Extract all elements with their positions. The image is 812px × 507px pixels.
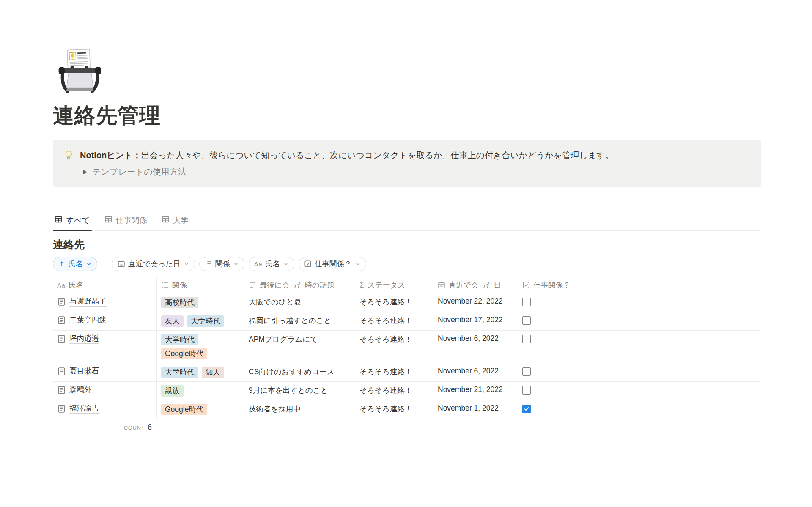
- work-relation-cell[interactable]: [518, 363, 761, 381]
- relation-cell[interactable]: 高校時代: [157, 293, 244, 312]
- work-relation-cell[interactable]: [518, 293, 761, 312]
- tab-all[interactable]: すべて: [53, 211, 92, 230]
- table-row: 二葉亭四迷友人大学時代福岡に引っ越すとのことそろそろ連絡！November 17…: [53, 312, 761, 331]
- column-header-3[interactable]: Σステータス: [355, 277, 433, 293]
- collection-title: 連絡先: [53, 238, 761, 252]
- chevron-down-icon: [355, 261, 361, 267]
- filter-chip-work-relation[interactable]: 仕事関係？: [299, 257, 366, 271]
- work-relation-cell[interactable]: [518, 312, 761, 330]
- column-header-2[interactable]: 最後に会った時の話題: [244, 277, 355, 293]
- status-cell[interactable]: そろそろ連絡！: [355, 400, 433, 419]
- tab-work[interactable]: 仕事関係: [103, 211, 149, 230]
- contact-name[interactable]: 森鴎外: [69, 385, 92, 395]
- name-cell[interactable]: 坪内逍遥: [53, 331, 157, 363]
- work-relation-cell[interactable]: [518, 400, 761, 419]
- filter-chip-label: 直近で会った日: [128, 259, 181, 269]
- filter-chip-name[interactable]: Aa氏名: [249, 257, 294, 271]
- checkbox-unchecked[interactable]: [522, 386, 531, 395]
- filter-chip-label: 仕事関係？: [315, 259, 352, 269]
- table-icon: [104, 215, 112, 225]
- status-cell[interactable]: そろそろ連絡！: [355, 312, 433, 330]
- contact-name[interactable]: 二葉亭四迷: [69, 315, 107, 325]
- topic-cell[interactable]: CS向けのおすすめコース: [244, 363, 355, 381]
- hint-bold-label: Notionヒント：: [80, 151, 141, 160]
- status-cell-text: そろそろ連絡！: [359, 367, 412, 377]
- checkbox-unchecked[interactable]: [522, 335, 531, 343]
- status-cell[interactable]: そろそろ連絡！: [355, 382, 433, 400]
- date-cell[interactable]: November 22, 2022: [433, 293, 518, 312]
- name-cell[interactable]: 福澤諭吉: [53, 400, 157, 419]
- relation-cell[interactable]: 友人大学時代: [157, 312, 244, 330]
- column-header-4[interactable]: 直近で会った日: [433, 277, 518, 293]
- contact-name[interactable]: 与謝野晶子: [69, 297, 107, 307]
- column-header-1[interactable]: 関係: [157, 277, 244, 293]
- status-cell[interactable]: そろそろ連絡！: [355, 363, 433, 381]
- count-value: 6: [148, 423, 152, 432]
- topic-cell[interactable]: 技術者を採用中: [244, 400, 355, 419]
- relation-tag: 知人: [202, 367, 224, 378]
- chevron-down-icon: [283, 261, 289, 267]
- column-header-0[interactable]: Aa氏名: [53, 277, 157, 293]
- contact-name[interactable]: 福澤諭吉: [69, 404, 99, 414]
- name-cell[interactable]: 二葉亭四迷: [53, 312, 157, 330]
- name-cell[interactable]: 夏目漱石: [53, 363, 157, 381]
- status-cell-text: そろそろ連絡！: [359, 404, 412, 414]
- date-cell[interactable]: November 6, 2022: [433, 331, 518, 363]
- relation-tag: 友人: [161, 315, 184, 327]
- status-cell[interactable]: そろそろ連絡！: [355, 293, 433, 312]
- status-cell[interactable]: そろそろ連絡！: [355, 331, 433, 363]
- checkbox-unchecked[interactable]: [522, 298, 531, 306]
- relation-cell[interactable]: 親族: [157, 382, 244, 400]
- arrow-up-icon: [58, 260, 65, 267]
- table-icon: [55, 215, 63, 225]
- tab-university[interactable]: 大学: [160, 211, 190, 230]
- checkbox-unchecked[interactable]: [522, 316, 531, 325]
- count-footer[interactable]: COUNT 6: [53, 419, 157, 436]
- date-cell[interactable]: November 21, 2022: [433, 382, 518, 400]
- topic-cell[interactable]: APMプログラムにて: [244, 331, 355, 363]
- topic-cell-text: 9月に本を出すとのこと: [249, 385, 328, 395]
- filter-chip-relation[interactable]: 関係: [199, 257, 244, 271]
- relation-cell[interactable]: Google時代: [157, 400, 244, 419]
- date-cell[interactable]: November 17, 2022: [433, 312, 518, 330]
- column-header-label: 直近で会った日: [449, 280, 501, 290]
- date-cell[interactable]: November 6, 2022: [433, 363, 518, 381]
- name-cell[interactable]: 森鴎外: [53, 382, 157, 400]
- template-usage-toggle[interactable]: テンプレートの使用方法: [83, 166, 751, 178]
- topic-cell[interactable]: 福岡に引っ越すとのこと: [244, 312, 355, 330]
- contact-name[interactable]: 夏目漱石: [69, 367, 99, 376]
- page-emoji-card-index-icon[interactable]: [56, 47, 104, 95]
- document-icon: [57, 334, 66, 343]
- contact-name[interactable]: 坪内逍遥: [69, 334, 99, 344]
- work-relation-cell[interactable]: [518, 382, 761, 400]
- checkbox-unchecked[interactable]: [522, 367, 531, 376]
- column-header-5[interactable]: 仕事関係？: [518, 277, 761, 293]
- column-header-label: 関係: [172, 280, 187, 290]
- date-cell-text: November 6, 2022: [438, 334, 499, 343]
- column-header-label: 仕事関係？: [533, 280, 571, 290]
- topic-cell-text: 福岡に引っ越すとのこと: [249, 315, 331, 326]
- filter-chip-last-met-date[interactable]: 直近で会った日: [112, 257, 195, 271]
- document-icon: [57, 367, 66, 376]
- status-cell-text: そろそろ連絡！: [359, 315, 412, 326]
- topic-cell[interactable]: 大阪でのひと夏: [244, 293, 355, 312]
- status-cell-text: そろそろ連絡！: [359, 385, 412, 395]
- view-tabs: すべて仕事関係大学: [53, 211, 761, 231]
- sort-chip-name[interactable]: 氏名: [53, 257, 97, 271]
- table-row: 夏目漱石大学時代知人CS向けのおすすめコースそろそろ連絡！November 6,…: [53, 363, 761, 382]
- page-title: 連絡先管理: [53, 101, 761, 130]
- work-relation-cell[interactable]: [518, 331, 761, 363]
- topic-cell[interactable]: 9月に本を出すとのこと: [244, 382, 355, 400]
- topic-cell-text: 技術者を採用中: [249, 404, 301, 414]
- name-cell[interactable]: 与謝野晶子: [53, 293, 157, 312]
- topic-cell-text: CS向けのおすすめコース: [249, 367, 335, 377]
- relation-cell[interactable]: 大学時代知人: [157, 363, 244, 381]
- relation-cell[interactable]: 大学時代Google時代: [157, 331, 244, 363]
- filter-chip-label: 関係: [215, 259, 230, 269]
- checkbox-checked[interactable]: [522, 405, 531, 413]
- date-cell-text: November 21, 2022: [438, 385, 503, 394]
- table-row: 森鴎外親族9月に本を出すとのことそろそろ連絡！November 21, 2022: [53, 382, 761, 400]
- date-cell[interactable]: November 1, 2022: [433, 400, 518, 419]
- hint-text: Notionヒント：出会った人々や、彼らについて知っていること、次にいつコンタク…: [80, 149, 614, 162]
- date-cell-text: November 6, 2022: [438, 367, 499, 375]
